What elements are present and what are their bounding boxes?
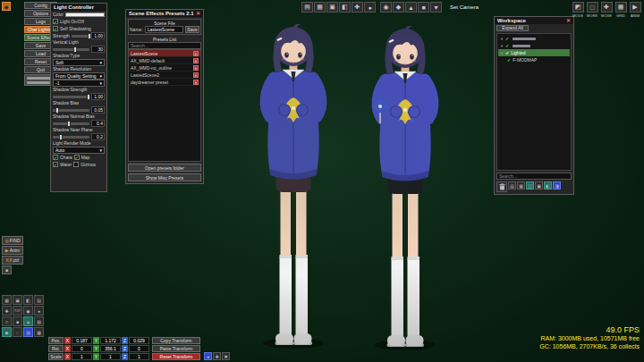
shadow-bias-slider[interactable]	[53, 109, 89, 112]
rot-z-field[interactable]: 0	[129, 345, 149, 352]
character-right[interactable]	[347, 26, 463, 352]
preset-search-input[interactable]	[128, 42, 201, 49]
delete-preset-button[interactable]: ✕	[193, 58, 199, 63]
visibility-check-icon[interactable]: ✔	[507, 57, 511, 63]
toolbar-button[interactable]: ▲	[405, 2, 417, 13]
preset-item[interactable]: AX_MMD-default ✕	[129, 57, 200, 64]
shadow-resolution-select[interactable]: From Quality Setting ▾	[53, 72, 105, 80]
workspace-tool-button[interactable]: ◧	[544, 181, 552, 189]
toolbar-button[interactable]: ▦	[314, 2, 326, 13]
tool-button[interactable]: ▲	[23, 316, 33, 326]
find-button[interactable]: ◎ FIND	[2, 236, 23, 245]
expand-all-button[interactable]: Expand All	[496, 25, 529, 31]
shadow-strength-slider[interactable]	[53, 96, 89, 98]
shadow-custom-resolution-select[interactable]: -1 ▾	[53, 80, 105, 87]
show-misc-presets-button[interactable]: Show Misc Presets	[128, 173, 201, 181]
character-left[interactable]	[235, 24, 352, 350]
scale-y-field[interactable]: 1	[100, 353, 121, 360]
preset-item[interactable]: AX_MMD-no_outline ✕	[129, 64, 200, 72]
tool-button[interactable]: ▧	[23, 327, 33, 337]
toolbar-button[interactable]: ▼	[430, 2, 442, 13]
strength-value[interactable]: 1.00	[91, 32, 105, 39]
tool-button[interactable]: ◇	[2, 316, 12, 326]
tree-item-selected[interactable]: ▼ ✔ Lighted	[498, 49, 570, 56]
delete-preset-button[interactable]: ✕	[193, 80, 199, 85]
pos-y-field[interactable]: 1.172	[100, 337, 121, 344]
tree-item[interactable]: ▼ ✔	[498, 42, 570, 49]
toolbar-button[interactable]: ✚	[352, 2, 363, 13]
paste-transform-button[interactable]: Paste Transform	[152, 345, 200, 352]
tool-button[interactable]: ▨	[34, 316, 44, 326]
workspace-tool-button[interactable]: ▣	[535, 181, 543, 189]
visibility-check-icon[interactable]: ✔	[505, 50, 509, 55]
preset-item[interactable]: daydreamer preset ✕	[129, 79, 200, 86]
shadow-bias-value[interactable]: 0.05	[91, 106, 105, 114]
reset-transform-button[interactable]: Reset Transform	[152, 353, 200, 360]
axis-y-chip[interactable]: Y	[93, 353, 99, 360]
toolbar-button[interactable]: ◧	[339, 2, 351, 13]
mini-button[interactable]: ●	[204, 352, 212, 360]
tool-button[interactable]: ●	[34, 306, 44, 316]
right-tool-anim[interactable]: ▶ ANIM	[629, 2, 641, 18]
delete-preset-button[interactable]: ✕	[193, 65, 199, 71]
toolbar-button[interactable]: ▣	[326, 2, 338, 13]
workspace-search-input[interactable]	[496, 173, 572, 180]
save-preset-button[interactable]: Save	[185, 26, 199, 33]
toolbar-button[interactable]: ◆	[393, 2, 404, 13]
pinwheel-prop[interactable]	[370, 98, 390, 125]
misc-tool-button[interactable]: ■	[2, 265, 12, 274]
tool-button[interactable]: TXT	[13, 306, 22, 316]
right-tool-grid[interactable]: ▦ GRID	[614, 2, 627, 18]
shadow-strength-value[interactable]: 1.00	[91, 93, 105, 100]
copy-transform-button[interactable]: Copy Transform	[152, 337, 200, 344]
tool-button[interactable]: ▩	[34, 327, 44, 337]
tree-item[interactable]: ▼ ✔	[498, 35, 570, 42]
tree-expand-icon[interactable]: ▼	[500, 51, 504, 55]
right-tool-move[interactable]: ✚ MOVE	[600, 2, 613, 18]
delete-preset-button[interactable]: ✕	[193, 51, 199, 56]
visibility-check-icon[interactable]: ✔	[505, 36, 509, 41]
tool-button[interactable]: ◆	[2, 327, 12, 337]
toolbar-button[interactable]: ●	[364, 2, 376, 13]
tool-button[interactable]: ■	[13, 316, 22, 326]
right-tool-mods[interactable]: ◩ MODS	[572, 2, 584, 18]
pos-x-field[interactable]: 0.187	[72, 337, 92, 344]
shadow-near-plane-slider[interactable]	[53, 136, 89, 139]
tool-button[interactable]: ▤	[34, 295, 44, 305]
tool-button[interactable]: ◧	[23, 295, 33, 305]
scene-name-input[interactable]	[145, 26, 183, 33]
mini-button[interactable]: ✚	[213, 352, 221, 360]
shadow-type-select[interactable]: Soft ▾	[53, 59, 105, 66]
tree-item[interactable]: ✔ F-MODMAP	[498, 56, 570, 63]
axis-y-chip[interactable]: Y	[93, 337, 99, 344]
light-render-mode-select[interactable]: Auto ▾	[53, 147, 105, 154]
vertical-light-slider[interactable]	[53, 48, 89, 51]
cull-chara-checkbox[interactable]: ✔	[53, 155, 58, 160]
toolbar-button[interactable]: ■	[418, 2, 429, 13]
workspace-tool-button[interactable]: ◨	[553, 181, 561, 189]
mini-button[interactable]: ✖	[222, 352, 230, 360]
cull-water-checkbox[interactable]: ✔	[53, 162, 58, 167]
vertical-light-value[interactable]: 30	[91, 46, 105, 53]
axis-x-chip[interactable]: X	[64, 353, 71, 360]
workspace-tool-button[interactable]: ▦	[517, 181, 525, 189]
self-shadowing-checkbox[interactable]: ✔	[53, 26, 58, 31]
kx-ctrl-button[interactable]: KX ctrl	[2, 256, 23, 265]
shadow-normal-bias-slider[interactable]	[53, 122, 89, 125]
tree-expand-icon[interactable]: ▼	[500, 37, 504, 41]
visibility-check-icon[interactable]: ✔	[505, 43, 509, 48]
rot-y-field[interactable]: 356.1	[100, 345, 121, 352]
tool-button[interactable]: ○	[13, 327, 22, 337]
workspace-tool-button[interactable]: ◫	[526, 181, 534, 189]
toolbar-button[interactable]: ◉	[380, 2, 392, 13]
cull-map-checkbox[interactable]: ✔	[74, 155, 80, 160]
axis-z-chip[interactable]: Z	[122, 337, 128, 344]
delete-preset-button[interactable]: ✕	[193, 72, 199, 78]
axis-x-chip[interactable]: X	[64, 337, 71, 344]
preset-item[interactable]: LastedScene2 ✕	[129, 72, 200, 79]
trash-button[interactable]	[496, 181, 507, 192]
tool-button[interactable]: ▣	[13, 295, 22, 305]
right-tool-work[interactable]: □ WORK	[586, 2, 598, 18]
mod-launcher-icon[interactable]: ◆	[2, 2, 11, 11]
open-presets-folder-button[interactable]: Open presets folder	[128, 164, 201, 172]
